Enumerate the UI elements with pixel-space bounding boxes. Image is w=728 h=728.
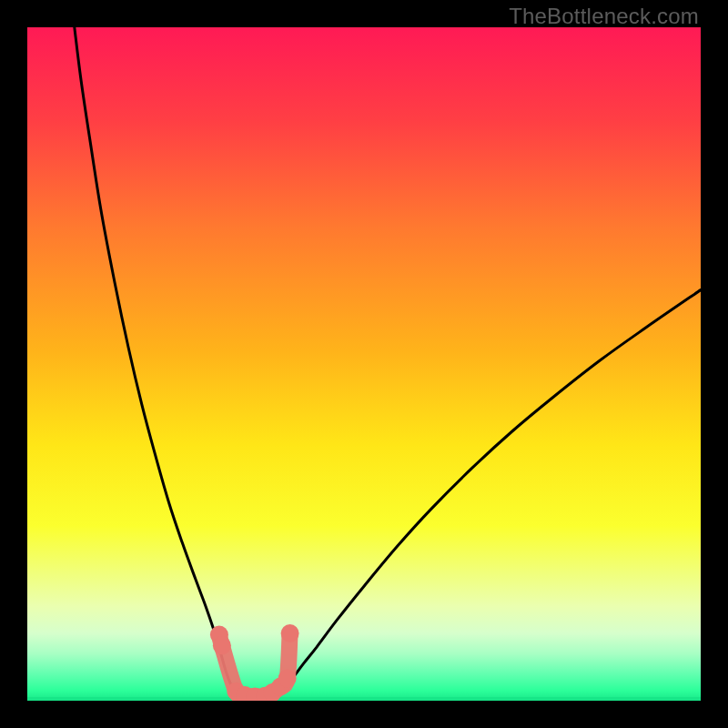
valley-marker-dot xyxy=(281,624,299,642)
gradient-background xyxy=(27,27,701,701)
valley-marker-dot xyxy=(278,670,297,688)
plot-area xyxy=(27,27,701,701)
valley-marker-dot xyxy=(213,636,231,654)
chart-svg xyxy=(27,27,701,701)
watermark-text: TheBottleneck.com xyxy=(509,4,699,29)
baseline xyxy=(27,697,701,701)
chart-frame: TheBottleneck.com xyxy=(0,0,728,728)
